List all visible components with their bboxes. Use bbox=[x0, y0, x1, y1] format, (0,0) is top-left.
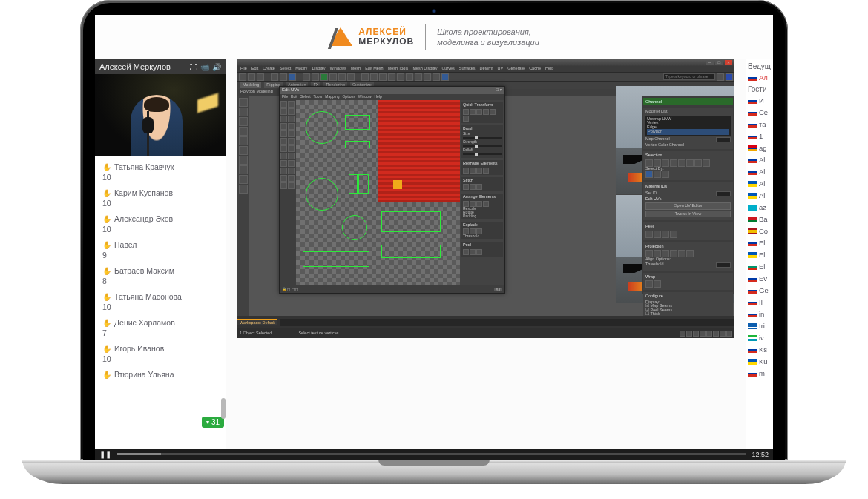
user-row[interactable]: az bbox=[748, 203, 772, 211]
flag-icon bbox=[748, 252, 757, 258]
user-row[interactable]: Co bbox=[748, 227, 772, 235]
user-row[interactable]: Ал bbox=[748, 73, 772, 82]
flag-icon bbox=[748, 133, 757, 139]
flag-icon bbox=[748, 217, 757, 222]
app-menu-bar[interactable]: FileEditCreateSelectModifyDisplayWindows… bbox=[237, 66, 734, 72]
camera-icon[interactable]: 📹 bbox=[200, 63, 209, 71]
statusbar: 1 Object Selected Select texture vertice… bbox=[237, 328, 734, 338]
user-row[interactable]: El bbox=[748, 239, 772, 247]
flag-icon bbox=[748, 205, 757, 211]
user-row[interactable]: Al bbox=[748, 179, 772, 188]
sound-icon[interactable]: 🔊 bbox=[212, 63, 221, 71]
user-row[interactable]: Ge bbox=[748, 286, 772, 294]
flag-icon bbox=[748, 300, 757, 305]
uv-statusbar: 🔒 ◻ ◻ ◻XY bbox=[280, 285, 504, 293]
pause-icon[interactable]: ❚❚ bbox=[99, 450, 111, 458]
user-row[interactable]: И bbox=[748, 96, 772, 105]
user-row[interactable]: Iri bbox=[748, 322, 772, 330]
app-titlebar[interactable]: – □ × bbox=[237, 59, 734, 66]
flag-icon bbox=[748, 288, 757, 294]
timeline[interactable]: Workspace: Default bbox=[237, 316, 734, 328]
progress-track[interactable] bbox=[117, 453, 746, 455]
left-column: Алексей Меркулов ⛶ 📹 🔊 bbox=[95, 59, 226, 449]
logo: АЛЕКСЕЙ МЕРКУЛОВ bbox=[329, 22, 414, 52]
participants-list[interactable]: ✋Татьяна Кравчук10 ✋Карим Куспанов10 ✋Ал… bbox=[95, 156, 226, 449]
tagline: Школа проектирования, моделинга и визуал… bbox=[437, 27, 539, 48]
current-time: 12:52 bbox=[752, 451, 769, 458]
uv-editor-window[interactable]: Edit UVs– □ × FileEditSelectToolsMapping… bbox=[279, 86, 505, 294]
user-row[interactable]: m bbox=[748, 369, 772, 377]
video-player-bar[interactable]: ❚❚ 12:52 bbox=[95, 449, 773, 460]
user-row[interactable]: Al bbox=[748, 191, 772, 199]
open-uv-button[interactable]: Open UV Editor bbox=[645, 202, 731, 210]
uv-side-panels[interactable]: Quick Transform Brush Size Strength Fall… bbox=[460, 100, 504, 285]
scrollbar[interactable] bbox=[220, 148, 226, 449]
hand-icon: ✋ bbox=[102, 163, 111, 171]
flag-icon bbox=[748, 157, 757, 163]
flag-icon bbox=[748, 193, 757, 199]
tweak-button[interactable]: Tweak In View bbox=[645, 211, 731, 218]
flag-icon bbox=[748, 228, 757, 234]
flag-icon bbox=[748, 335, 757, 341]
presenter-name: Алексей Меркулов bbox=[99, 62, 171, 71]
flag-icon bbox=[748, 169, 757, 175]
uv-toolbox[interactable] bbox=[280, 100, 296, 285]
help-icon[interactable] bbox=[726, 73, 733, 81]
webcam-panel: Алексей Меркулов ⛶ 📹 🔊 bbox=[95, 59, 226, 156]
minimize-button[interactable]: – bbox=[706, 60, 714, 65]
flag-icon bbox=[748, 264, 757, 270]
logo-icon bbox=[329, 24, 352, 50]
flag-icon bbox=[748, 323, 757, 329]
user-row[interactable]: ag bbox=[748, 144, 772, 152]
account-icon[interactable] bbox=[717, 73, 724, 81]
app-toolbar[interactable] bbox=[237, 72, 734, 82]
user-row[interactable]: in bbox=[748, 310, 772, 318]
flag-icon bbox=[748, 75, 757, 81]
user-row[interactable]: Al bbox=[748, 168, 772, 176]
close-button[interactable]: × bbox=[725, 60, 732, 65]
flag-icon bbox=[748, 359, 757, 365]
flag-icon bbox=[748, 276, 757, 282]
left-toolbox[interactable] bbox=[237, 96, 249, 316]
laptop-camera bbox=[432, 9, 436, 13]
user-row[interactable]: Al bbox=[748, 156, 772, 164]
user-row[interactable]: El bbox=[748, 251, 772, 259]
laptop-frame: АЛЕКСЕЙ МЕРКУЛОВ Школа проектирования, м… bbox=[0, 0, 868, 499]
flag-icon bbox=[748, 347, 757, 353]
user-row[interactable]: 1 bbox=[748, 132, 772, 140]
user-row[interactable]: Гости bbox=[748, 85, 772, 93]
content: Алексей Меркулов ⛶ 📹 🔊 bbox=[95, 59, 773, 449]
user-row[interactable]: Il bbox=[748, 298, 772, 306]
user-row[interactable]: iv bbox=[748, 334, 772, 342]
user-row[interactable]: та bbox=[748, 120, 772, 128]
screen: АЛЕКСЕЙ МЕРКУЛОВ Школа проектирования, м… bbox=[95, 15, 773, 460]
center-column: – □ × FileEditCreateSelectModifyDisplayW… bbox=[226, 59, 746, 449]
user-row[interactable]: El bbox=[748, 262, 772, 271]
3d-app-window[interactable]: – □ × FileEditCreateSelectModifyDisplayW… bbox=[237, 59, 734, 338]
flag-icon bbox=[748, 240, 757, 246]
user-row[interactable]: Ev bbox=[748, 274, 772, 282]
user-row[interactable]: Ku bbox=[748, 357, 772, 366]
divider bbox=[425, 24, 426, 50]
flag-icon bbox=[748, 122, 757, 128]
modifier-panel[interactable]: Channel Modifier List Unwrap UVW Vertex … bbox=[642, 96, 734, 294]
user-row[interactable]: Ba bbox=[748, 215, 772, 223]
uv-canvas[interactable] bbox=[296, 100, 460, 285]
laptop-bezel: АЛЕКСЕЙ МЕРКУЛОВ Школа проектирования, м… bbox=[80, 0, 788, 460]
page-header: АЛЕКСЕЙ МЕРКУЛОВ Школа проектирования, м… bbox=[95, 15, 773, 59]
flag-icon bbox=[748, 311, 757, 317]
user-row[interactable]: Ks bbox=[748, 346, 772, 354]
logo-text-2: МЕРКУЛОВ bbox=[358, 37, 414, 47]
webcam-video[interactable] bbox=[95, 74, 226, 156]
search-input[interactable] bbox=[663, 73, 715, 80]
user-row[interactable]: Се bbox=[748, 108, 772, 116]
fullscreen-icon[interactable]: ⛶ bbox=[190, 63, 197, 71]
flag-icon bbox=[748, 110, 757, 116]
playback-controls[interactable] bbox=[680, 331, 732, 337]
flag-icon bbox=[748, 181, 757, 187]
flag-icon bbox=[748, 371, 757, 377]
flag-icon bbox=[748, 145, 757, 151]
flag-icon bbox=[748, 98, 757, 104]
laptop-base bbox=[22, 460, 846, 484]
maximize-button[interactable]: □ bbox=[715, 60, 723, 65]
